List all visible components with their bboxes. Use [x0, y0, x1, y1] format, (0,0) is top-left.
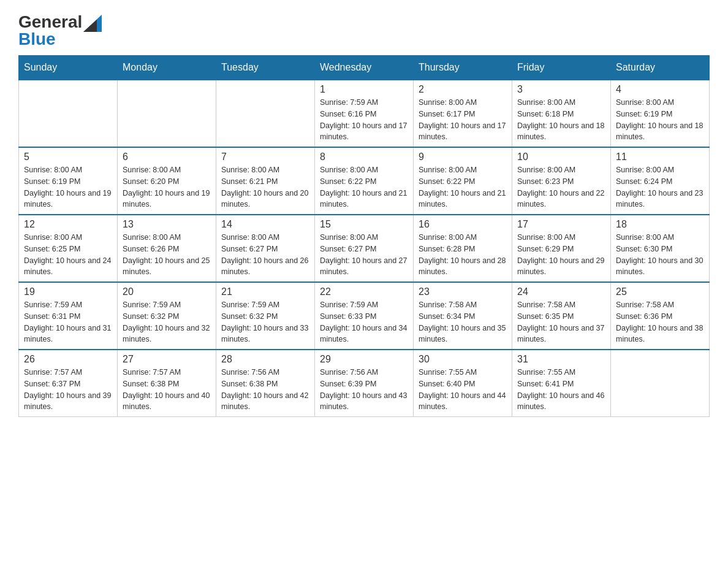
day-number: 28 — [221, 354, 309, 365]
sun-info: Sunrise: 8:00 AMSunset: 6:28 PMDaylight:… — [419, 232, 507, 278]
sun-info: Sunrise: 8:00 AMSunset: 6:26 PMDaylight:… — [123, 232, 211, 278]
sun-info: Sunrise: 8:00 AMSunset: 6:27 PMDaylight:… — [320, 232, 408, 278]
day-number: 11 — [616, 151, 704, 163]
sun-info: Sunrise: 8:00 AMSunset: 6:27 PMDaylight:… — [221, 232, 309, 278]
sun-info: Sunrise: 7:59 AMSunset: 6:32 PMDaylight:… — [123, 299, 211, 345]
day-number: 14 — [221, 219, 309, 230]
calendar-cell: 11Sunrise: 8:00 AMSunset: 6:24 PMDayligh… — [611, 147, 710, 215]
calendar-cell: 2Sunrise: 8:00 AMSunset: 6:17 PMDaylight… — [414, 80, 512, 147]
sun-info: Sunrise: 7:59 AMSunset: 6:33 PMDaylight:… — [320, 299, 408, 345]
day-number: 25 — [616, 286, 704, 297]
calendar-cell: 9Sunrise: 8:00 AMSunset: 6:22 PMDaylight… — [414, 147, 512, 215]
calendar-cell: 8Sunrise: 8:00 AMSunset: 6:22 PMDaylight… — [315, 147, 414, 215]
calendar-cell: 27Sunrise: 7:57 AMSunset: 6:38 PMDayligh… — [118, 350, 216, 417]
day-number: 17 — [517, 219, 605, 230]
day-of-week-header: Thursday — [414, 56, 512, 80]
day-of-week-header: Monday — [118, 56, 216, 80]
sun-info: Sunrise: 7:58 AMSunset: 6:34 PMDaylight:… — [419, 299, 507, 345]
calendar-cell: 25Sunrise: 7:58 AMSunset: 6:36 PMDayligh… — [611, 282, 710, 350]
calendar-cell: 17Sunrise: 8:00 AMSunset: 6:29 PMDayligh… — [512, 215, 611, 282]
sun-info: Sunrise: 7:59 AMSunset: 6:16 PMDaylight:… — [320, 97, 408, 143]
calendar-cell: 1Sunrise: 7:59 AMSunset: 6:16 PMDaylight… — [315, 80, 414, 147]
day-number: 9 — [419, 151, 507, 163]
calendar-cell: 23Sunrise: 7:58 AMSunset: 6:34 PMDayligh… — [414, 282, 512, 350]
sun-info: Sunrise: 8:00 AMSunset: 6:17 PMDaylight:… — [419, 97, 507, 143]
day-number: 6 — [123, 151, 211, 163]
sun-info: Sunrise: 7:57 AMSunset: 6:37 PMDaylight:… — [24, 367, 112, 413]
calendar-cell — [118, 80, 216, 147]
sun-info: Sunrise: 7:56 AMSunset: 6:38 PMDaylight:… — [221, 367, 309, 413]
sun-info: Sunrise: 7:58 AMSunset: 6:36 PMDaylight:… — [616, 299, 704, 345]
calendar-cell: 6Sunrise: 8:00 AMSunset: 6:20 PMDaylight… — [118, 147, 216, 215]
sun-info: Sunrise: 8:00 AMSunset: 6:19 PMDaylight:… — [24, 164, 112, 210]
sun-info: Sunrise: 7:55 AMSunset: 6:40 PMDaylight:… — [419, 367, 507, 413]
day-number: 19 — [24, 286, 112, 297]
calendar-cell: 5Sunrise: 8:00 AMSunset: 6:19 PMDaylight… — [19, 147, 118, 215]
calendar-week-row: 26Sunrise: 7:57 AMSunset: 6:37 PMDayligh… — [19, 350, 710, 417]
calendar-cell: 30Sunrise: 7:55 AMSunset: 6:40 PMDayligh… — [414, 350, 512, 417]
calendar-week-row: 5Sunrise: 8:00 AMSunset: 6:19 PMDaylight… — [19, 147, 710, 215]
calendar-cell: 31Sunrise: 7:55 AMSunset: 6:41 PMDayligh… — [512, 350, 611, 417]
calendar-cell: 4Sunrise: 8:00 AMSunset: 6:19 PMDaylight… — [611, 80, 710, 147]
day-number: 22 — [320, 286, 408, 297]
day-number: 8 — [320, 151, 408, 163]
sun-info: Sunrise: 7:58 AMSunset: 6:35 PMDaylight:… — [517, 299, 605, 345]
calendar-cell: 19Sunrise: 7:59 AMSunset: 6:31 PMDayligh… — [19, 282, 118, 350]
calendar-cell: 21Sunrise: 7:59 AMSunset: 6:32 PMDayligh… — [216, 282, 315, 350]
calendar-cell: 12Sunrise: 8:00 AMSunset: 6:25 PMDayligh… — [19, 215, 118, 282]
calendar-cell — [611, 350, 710, 417]
day-number: 15 — [320, 219, 408, 230]
day-of-week-header: Sunday — [19, 56, 118, 80]
day-of-week-header: Tuesday — [216, 56, 315, 80]
calendar-cell — [216, 80, 315, 147]
day-number: 26 — [24, 354, 112, 365]
sun-info: Sunrise: 8:00 AMSunset: 6:19 PMDaylight:… — [616, 97, 704, 143]
sun-info: Sunrise: 7:57 AMSunset: 6:38 PMDaylight:… — [123, 367, 211, 413]
calendar-cell: 26Sunrise: 7:57 AMSunset: 6:37 PMDayligh… — [19, 350, 118, 417]
day-number: 1 — [320, 84, 408, 95]
day-number: 2 — [419, 84, 507, 95]
day-number: 3 — [517, 84, 605, 95]
calendar-cell: 13Sunrise: 8:00 AMSunset: 6:26 PMDayligh… — [118, 215, 216, 282]
calendar-cell: 15Sunrise: 8:00 AMSunset: 6:27 PMDayligh… — [315, 215, 414, 282]
sun-info: Sunrise: 8:00 AMSunset: 6:29 PMDaylight:… — [517, 232, 605, 278]
day-number: 4 — [616, 84, 704, 95]
day-number: 27 — [123, 354, 211, 365]
day-number: 30 — [419, 354, 507, 365]
calendar-cell: 7Sunrise: 8:00 AMSunset: 6:21 PMDaylight… — [216, 147, 315, 215]
sun-info: Sunrise: 8:00 AMSunset: 6:21 PMDaylight:… — [221, 164, 309, 210]
calendar-cell — [19, 80, 118, 147]
day-number: 21 — [221, 286, 309, 297]
sun-info: Sunrise: 7:59 AMSunset: 6:32 PMDaylight:… — [221, 299, 309, 345]
day-number: 18 — [616, 219, 704, 230]
day-number: 10 — [517, 151, 605, 163]
sun-info: Sunrise: 8:00 AMSunset: 6:22 PMDaylight:… — [419, 164, 507, 210]
day-number: 20 — [123, 286, 211, 297]
day-of-week-header: Saturday — [611, 56, 710, 80]
calendar-header-row: SundayMondayTuesdayWednesdayThursdayFrid… — [19, 56, 710, 80]
calendar-week-row: 12Sunrise: 8:00 AMSunset: 6:25 PMDayligh… — [19, 215, 710, 282]
sun-info: Sunrise: 8:00 AMSunset: 6:25 PMDaylight:… — [24, 232, 112, 278]
day-number: 29 — [320, 354, 408, 365]
day-number: 23 — [419, 286, 507, 297]
calendar-week-row: 1Sunrise: 7:59 AMSunset: 6:16 PMDaylight… — [19, 80, 710, 147]
calendar-cell: 22Sunrise: 7:59 AMSunset: 6:33 PMDayligh… — [315, 282, 414, 350]
sun-info: Sunrise: 7:59 AMSunset: 6:31 PMDaylight:… — [24, 299, 112, 345]
sun-info: Sunrise: 8:00 AMSunset: 6:23 PMDaylight:… — [517, 164, 605, 210]
page-header: General Blue — [18, 12, 710, 49]
sun-info: Sunrise: 8:00 AMSunset: 6:20 PMDaylight:… — [123, 164, 211, 210]
day-number: 13 — [123, 219, 211, 230]
day-number: 12 — [24, 219, 112, 230]
calendar-cell: 28Sunrise: 7:56 AMSunset: 6:38 PMDayligh… — [216, 350, 315, 417]
calendar-cell: 3Sunrise: 8:00 AMSunset: 6:18 PMDaylight… — [512, 80, 611, 147]
day-number: 24 — [517, 286, 605, 297]
sun-info: Sunrise: 8:00 AMSunset: 6:22 PMDaylight:… — [320, 164, 408, 210]
logo-icon — [83, 15, 102, 32]
calendar-cell: 24Sunrise: 7:58 AMSunset: 6:35 PMDayligh… — [512, 282, 611, 350]
day-number: 7 — [221, 151, 309, 163]
day-number: 31 — [517, 354, 605, 365]
day-number: 16 — [419, 219, 507, 230]
calendar-table: SundayMondayTuesdayWednesdayThursdayFrid… — [18, 55, 710, 417]
day-of-week-header: Wednesday — [315, 56, 414, 80]
sun-info: Sunrise: 7:56 AMSunset: 6:39 PMDaylight:… — [320, 367, 408, 413]
